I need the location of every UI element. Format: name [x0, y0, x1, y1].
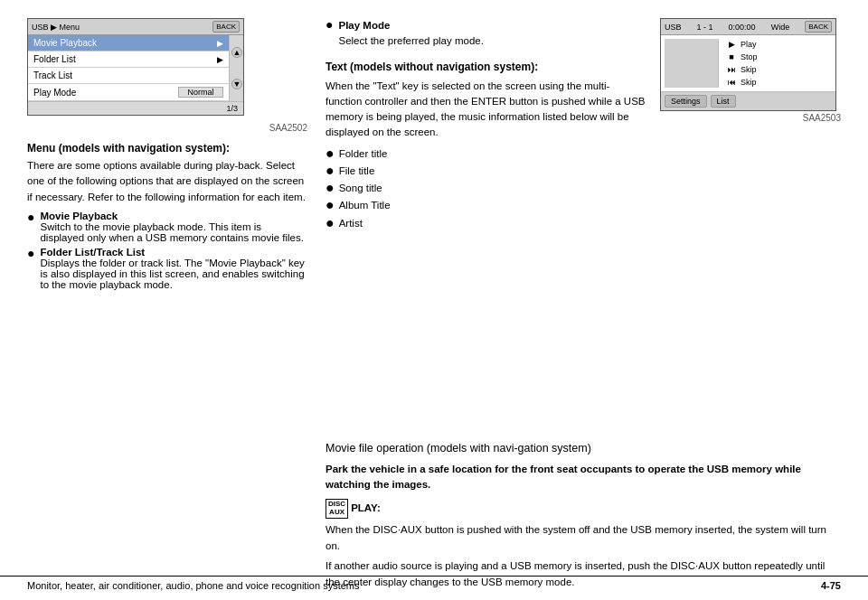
playback-screen-footer: Settings List: [661, 91, 835, 110]
text-section-heading: Text (models without navigation system):: [326, 59, 646, 75]
movie-file-heading: Movie file operation (models with navi-g…: [326, 440, 841, 457]
menu-row-folder-list[interactable]: Folder List ▶: [28, 52, 229, 68]
bullet-text: Song title: [339, 181, 382, 196]
play-button-row[interactable]: ▶ Play: [726, 39, 832, 50]
menu-rows: Movie Playback ▶ Folder List ▶ Track Lis…: [28, 35, 229, 101]
text-section-body: When the "Text" key is selected on the s…: [326, 79, 646, 141]
menu-body: There are some options available during …: [27, 158, 307, 205]
saa-label-right: SAA2503: [660, 113, 841, 123]
playback-screen-header: USB 1 - 1 0:00:00 Wide BACK: [661, 19, 835, 35]
stop-button-row[interactable]: ■ Stop: [726, 52, 832, 62]
play-body: When the DISC·AUX button is pushed with …: [326, 522, 841, 555]
playback-buttons: ▶ Play ■ Stop ⏭ Skip: [719, 39, 832, 88]
content-area: USB ▶ Menu BACK Movie Playback ▶ Folder …: [27, 18, 841, 591]
bullet-body: Displays the folder or track list. The "…: [40, 258, 304, 290]
menu-row-movie-playback[interactable]: Movie Playback ▶: [28, 35, 229, 52]
skip-forward-label: Skip: [741, 65, 757, 74]
movie-file-section: Movie file operation (models with navi-g…: [326, 440, 841, 591]
bullet-folder-title: ● Folder title: [326, 146, 646, 162]
usb-playback-screen: USB 1 - 1 0:00:00 Wide BACK ▶ Play: [660, 18, 836, 111]
bullet-dot: ●: [326, 198, 335, 212]
bullet-album-title: ● Album Title: [326, 198, 646, 213]
bullet-movie-playback: ● Movie Playback Switch to the movie pla…: [27, 211, 307, 243]
back-button[interactable]: BACK: [212, 21, 240, 33]
menu-heading: Menu (models with navigation system):: [27, 142, 307, 155]
header-time: 0:00:00: [729, 23, 756, 32]
bullet-content: Play Mode Select the preferred play mode…: [338, 18, 483, 50]
stop-label: Stop: [741, 52, 758, 61]
bullet-content: Movie Playback Switch to the movie playb…: [40, 211, 307, 243]
header-track: 1 - 1: [697, 23, 713, 32]
page-indicator: 1/3: [226, 104, 238, 113]
screen-header-left: USB ▶ Menu: [32, 23, 80, 32]
bullet-body: Switch to the movie playback mode. This …: [40, 221, 303, 243]
settings-button[interactable]: Settings: [665, 95, 707, 108]
play-mode-value: Normal: [178, 87, 223, 98]
bullet-artist: ● Artist: [326, 216, 646, 231]
bullet-text: Folder title: [339, 146, 388, 162]
bullet-content: Folder List/Track List Displays the fold…: [40, 247, 307, 290]
bullet-dot: ●: [326, 164, 335, 178]
screen-footer: 1/3: [28, 101, 243, 115]
play-label: PLAY:: [351, 501, 381, 517]
bullet-dot: ●: [326, 181, 335, 195]
footer-left: Monitor, heater, air conditioner, audio,…: [27, 580, 360, 591]
back-button-right[interactable]: BACK: [805, 21, 832, 33]
page-footer: Monitor, heater, air conditioner, audio,…: [0, 576, 868, 591]
row-label: Folder List: [33, 54, 76, 64]
row-arrow: ▶: [217, 39, 223, 48]
screen-placeholder: [665, 39, 719, 88]
footer-right: 4-75: [821, 580, 841, 591]
saa-label-left: SAA2502: [27, 123, 307, 133]
bullet-dot: ●: [326, 216, 335, 230]
page-container: USB ▶ Menu BACK Movie Playback ▶ Folder …: [0, 0, 868, 600]
skip-back-row[interactable]: ⏮ Skip: [726, 77, 832, 88]
disc-aux-badge: DISCAUX: [326, 499, 348, 519]
bullet-dot: ●: [27, 247, 34, 260]
play-mode-body: Select the preferred play mode.: [338, 35, 483, 46]
scroll-column: ▲ ▼: [229, 35, 243, 101]
bullet-file-title: ● File title: [326, 164, 646, 179]
text-bullets: ● Folder title ● File title ● Song title: [326, 146, 646, 231]
screen-body: Movie Playback ▶ Folder List ▶ Track Lis…: [28, 35, 243, 101]
warning-text: Park the vehicle in a safe location for …: [326, 462, 841, 494]
scroll-up-button[interactable]: ▲: [231, 47, 242, 58]
bullet-play-mode: ● Play Mode Select the preferred play mo…: [326, 18, 646, 50]
bullet-folder-track: ● Folder List/Track List Displays the fo…: [27, 247, 307, 290]
right-column: ● Play Mode Select the preferred play mo…: [326, 18, 841, 591]
bullet-label: Folder List/Track List: [40, 247, 145, 258]
row-arrow: ▶: [217, 55, 223, 64]
bullet-text: File title: [339, 164, 375, 179]
screen-header: USB ▶ Menu BACK: [28, 19, 243, 35]
bullet-label: Movie Playback: [40, 211, 118, 221]
bullet-dot: ●: [326, 146, 335, 161]
skip-back-label: Skip: [741, 78, 757, 87]
header-usb: USB: [665, 23, 682, 32]
skip-forward-icon: ⏭: [726, 65, 737, 74]
left-column: USB ▶ Menu BACK Movie Playback ▶ Folder …: [27, 18, 307, 591]
disc-aux-play-row: DISCAUX PLAY:: [326, 499, 841, 519]
bullet-text: Album Title: [339, 198, 391, 213]
menu-row-play-mode[interactable]: Play Mode Normal: [28, 84, 229, 101]
menu-row-track-list[interactable]: Track List: [28, 68, 229, 84]
stop-icon: ■: [726, 52, 737, 61]
list-button[interactable]: List: [711, 95, 736, 108]
bullet-song-title: ● Song title: [326, 181, 646, 196]
skip-forward-row[interactable]: ⏭ Skip: [726, 64, 832, 75]
bullet-dot: ●: [326, 18, 333, 32]
row-label: Track List: [33, 70, 72, 80]
skip-back-icon: ⏮: [726, 78, 737, 87]
scroll-down-button[interactable]: ▼: [231, 79, 242, 89]
usb-menu-screen: USB ▶ Menu BACK Movie Playback ▶ Folder …: [27, 18, 244, 116]
right-text-area: ● Play Mode Select the preferred play mo…: [326, 18, 646, 435]
play-mode-label: Play Mode: [338, 20, 390, 31]
playback-screen-body: ▶ Play ■ Stop ⏭ Skip: [661, 35, 835, 91]
bullet-text: Artist: [339, 216, 363, 231]
row-label: Play Mode: [33, 88, 76, 98]
play-label: Play: [741, 40, 757, 49]
right-screen-area: USB 1 - 1 0:00:00 Wide BACK ▶ Play: [660, 18, 841, 435]
bullet-dot: ●: [27, 211, 34, 224]
row-label: Movie Playback: [33, 38, 97, 48]
right-top: ● Play Mode Select the preferred play mo…: [326, 18, 841, 435]
play-icon: ▶: [726, 40, 737, 49]
